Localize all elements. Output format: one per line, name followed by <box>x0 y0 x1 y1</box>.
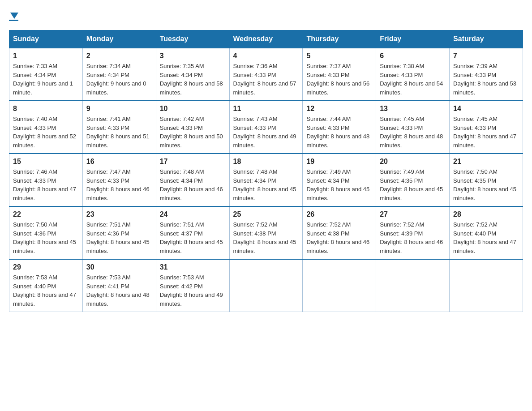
sunrise-label: Sunrise: 7:40 AM <box>13 116 57 122</box>
sunset-label: Sunset: 4:33 PM <box>160 124 203 131</box>
day-info: Sunrise: 7:49 AM Sunset: 4:35 PM Dayligh… <box>380 167 446 202</box>
day-info: Sunrise: 7:46 AM Sunset: 4:33 PM Dayligh… <box>13 167 79 202</box>
day-info: Sunrise: 7:45 AM Sunset: 4:33 PM Dayligh… <box>453 115 519 150</box>
day-number: 16 <box>86 158 152 166</box>
day-number: 9 <box>86 105 152 113</box>
daylight-label: Daylight: 8 hours and 47 minutes. <box>13 291 76 307</box>
calendar-cell: 4 Sunrise: 7:36 AM Sunset: 4:33 PM Dayli… <box>229 48 303 101</box>
sunset-label: Sunset: 4:40 PM <box>13 283 56 290</box>
calendar-cell: 2 Sunrise: 7:34 AM Sunset: 4:34 PM Dayli… <box>82 48 156 101</box>
daylight-label: Daylight: 8 hours and 56 minutes. <box>306 80 369 96</box>
column-header-monday: Monday <box>82 30 156 48</box>
daylight-label: Daylight: 8 hours and 48 minutes. <box>306 133 369 149</box>
sunrise-label: Sunrise: 7:52 AM <box>380 221 424 228</box>
day-info: Sunrise: 7:52 AM Sunset: 4:38 PM Dayligh… <box>233 220 299 255</box>
day-number: 24 <box>160 210 226 218</box>
calendar-cell: 23 Sunrise: 7:51 AM Sunset: 4:36 PM Dayl… <box>82 206 156 259</box>
sunrise-label: Sunrise: 7:33 AM <box>13 63 57 69</box>
daylight-label: Daylight: 8 hours and 49 minutes. <box>233 133 296 149</box>
daylight-label: Daylight: 8 hours and 52 minutes. <box>13 133 76 149</box>
daylight-label: Daylight: 8 hours and 57 minutes. <box>233 80 296 96</box>
calendar-cell: 13 Sunrise: 7:45 AM Sunset: 4:33 PM Dayl… <box>376 101 450 154</box>
sunset-label: Sunset: 4:35 PM <box>453 177 496 184</box>
sunrise-label: Sunrise: 7:42 AM <box>160 116 204 122</box>
sunset-label: Sunset: 4:34 PM <box>306 177 349 184</box>
day-number: 2 <box>86 52 152 60</box>
day-number: 20 <box>380 158 446 166</box>
sunrise-label: Sunrise: 7:52 AM <box>453 221 498 228</box>
day-info: Sunrise: 7:53 AM Sunset: 4:40 PM Dayligh… <box>13 273 79 308</box>
sunset-label: Sunset: 4:35 PM <box>380 177 423 184</box>
calendar-cell: 14 Sunrise: 7:45 AM Sunset: 4:33 PM Dayl… <box>450 101 523 154</box>
week-row-5: 29 Sunrise: 7:53 AM Sunset: 4:40 PM Dayl… <box>9 259 523 312</box>
sunset-label: Sunset: 4:38 PM <box>233 230 276 237</box>
daylight-label: Daylight: 8 hours and 45 minutes. <box>13 239 76 254</box>
calendar-cell: 29 Sunrise: 7:53 AM Sunset: 4:40 PM Dayl… <box>9 259 83 312</box>
calendar-cell <box>376 259 450 312</box>
day-info: Sunrise: 7:36 AM Sunset: 4:33 PM Dayligh… <box>233 62 299 97</box>
sunset-label: Sunset: 4:33 PM <box>306 124 349 131</box>
sunset-label: Sunset: 4:34 PM <box>13 72 56 78</box>
day-number: 14 <box>453 105 519 113</box>
calendar-cell <box>450 259 523 312</box>
daylight-label: Daylight: 8 hours and 45 minutes. <box>86 239 150 254</box>
sunrise-label: Sunrise: 7:51 AM <box>160 221 204 228</box>
week-row-4: 22 Sunrise: 7:50 AM Sunset: 4:36 PM Dayl… <box>9 206 523 259</box>
calendar-cell: 26 Sunrise: 7:52 AM Sunset: 4:38 PM Dayl… <box>303 206 376 259</box>
calendar-cell: 5 Sunrise: 7:37 AM Sunset: 4:33 PM Dayli… <box>303 48 376 101</box>
calendar-cell: 1 Sunrise: 7:33 AM Sunset: 4:34 PM Dayli… <box>9 48 83 101</box>
daylight-label: Daylight: 8 hours and 47 minutes. <box>453 133 516 149</box>
sunset-label: Sunset: 4:42 PM <box>160 283 203 290</box>
sunrise-label: Sunrise: 7:38 AM <box>380 63 424 69</box>
daylight-label: Daylight: 8 hours and 51 minutes. <box>86 133 150 149</box>
daylight-label: Daylight: 8 hours and 45 minutes. <box>380 186 443 201</box>
calendar-cell: 25 Sunrise: 7:52 AM Sunset: 4:38 PM Dayl… <box>229 206 303 259</box>
sunset-label: Sunset: 4:33 PM <box>86 124 129 131</box>
sunset-label: Sunset: 4:33 PM <box>453 72 496 78</box>
sunset-label: Sunset: 4:40 PM <box>453 230 496 237</box>
calendar-cell: 16 Sunrise: 7:47 AM Sunset: 4:33 PM Dayl… <box>82 154 156 206</box>
sunrise-label: Sunrise: 7:52 AM <box>306 221 351 228</box>
day-info: Sunrise: 7:52 AM Sunset: 4:40 PM Dayligh… <box>453 220 519 255</box>
day-number: 6 <box>380 52 446 60</box>
day-number: 31 <box>160 263 226 271</box>
daylight-label: Daylight: 8 hours and 47 minutes. <box>453 239 516 254</box>
day-info: Sunrise: 7:33 AM Sunset: 4:34 PM Dayligh… <box>13 62 79 97</box>
calendar-cell: 27 Sunrise: 7:52 AM Sunset: 4:39 PM Dayl… <box>376 206 450 259</box>
sunrise-label: Sunrise: 7:39 AM <box>453 63 498 69</box>
calendar-cell <box>303 259 376 312</box>
day-number: 1 <box>13 52 79 60</box>
day-info: Sunrise: 7:43 AM Sunset: 4:33 PM Dayligh… <box>233 115 299 150</box>
calendar-header-row: SundayMondayTuesdayWednesdayThursdayFrid… <box>9 30 523 48</box>
daylight-label: Daylight: 8 hours and 58 minutes. <box>160 80 223 96</box>
day-number: 17 <box>160 158 226 166</box>
sunrise-label: Sunrise: 7:34 AM <box>86 63 131 69</box>
daylight-label: Daylight: 8 hours and 45 minutes. <box>453 186 516 201</box>
sunset-label: Sunset: 4:34 PM <box>233 177 276 184</box>
sunrise-label: Sunrise: 7:47 AM <box>86 168 131 175</box>
sunrise-label: Sunrise: 7:45 AM <box>453 116 498 122</box>
day-info: Sunrise: 7:48 AM Sunset: 4:34 PM Dayligh… <box>160 167 226 202</box>
sunset-label: Sunset: 4:33 PM <box>306 72 349 78</box>
sunrise-label: Sunrise: 7:48 AM <box>160 168 204 175</box>
day-info: Sunrise: 7:34 AM Sunset: 4:34 PM Dayligh… <box>86 62 152 97</box>
calendar-cell: 28 Sunrise: 7:52 AM Sunset: 4:40 PM Dayl… <box>450 206 523 259</box>
day-info: Sunrise: 7:39 AM Sunset: 4:33 PM Dayligh… <box>453 62 519 97</box>
daylight-label: Daylight: 8 hours and 54 minutes. <box>380 80 443 96</box>
day-info: Sunrise: 7:50 AM Sunset: 4:36 PM Dayligh… <box>13 220 79 255</box>
sunrise-label: Sunrise: 7:45 AM <box>380 116 424 122</box>
day-number: 5 <box>306 52 372 60</box>
calendar-cell: 6 Sunrise: 7:38 AM Sunset: 4:33 PM Dayli… <box>376 48 450 101</box>
calendar-cell: 3 Sunrise: 7:35 AM Sunset: 4:34 PM Dayli… <box>156 48 229 101</box>
column-header-friday: Friday <box>376 30 450 48</box>
day-number: 13 <box>380 105 446 113</box>
daylight-label: Daylight: 9 hours and 1 minute. <box>13 80 73 96</box>
sunrise-label: Sunrise: 7:35 AM <box>160 63 204 69</box>
daylight-label: Daylight: 8 hours and 46 minutes. <box>380 239 443 254</box>
day-number: 11 <box>233 105 299 113</box>
column-header-saturday: Saturday <box>450 30 523 48</box>
calendar-cell: 20 Sunrise: 7:49 AM Sunset: 4:35 PM Dayl… <box>376 154 450 206</box>
sunrise-label: Sunrise: 7:50 AM <box>453 168 498 175</box>
calendar-table: SundayMondayTuesdayWednesdayThursdayFrid… <box>9 30 523 312</box>
calendar-cell: 15 Sunrise: 7:46 AM Sunset: 4:33 PM Dayl… <box>9 154 83 206</box>
